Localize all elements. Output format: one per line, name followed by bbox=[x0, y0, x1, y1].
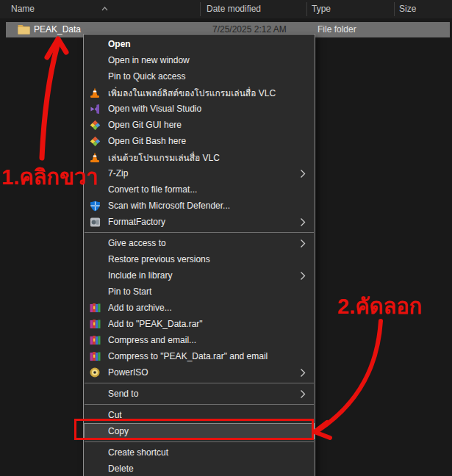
menu-item-open-with-visual-studio[interactable]: Open with Visual Studio bbox=[84, 101, 315, 117]
menu-item-convert-to-file-format[interactable]: Convert to file format... bbox=[84, 181, 315, 198]
annotation-step2: 2.คัดลอก bbox=[337, 289, 422, 323]
menu-item-compress-and-email[interactable]: Compress and email... bbox=[84, 332, 315, 348]
git-bash-icon bbox=[89, 135, 101, 147]
column-header-date-modified[interactable]: Date modified bbox=[207, 4, 261, 14]
menu-item-pin-to-quick-access[interactable]: Pin to Quick access bbox=[84, 68, 315, 84]
menu-item-give-access-to[interactable]: Give access to bbox=[84, 235, 315, 251]
menu-item-compress-to-rar-and-email[interactable]: Compress to "PEAK_Data.rar" and email bbox=[84, 348, 315, 364]
menu-item-open-git-gui[interactable]: Open Git GUI here bbox=[84, 117, 315, 133]
column-header-name[interactable]: Name bbox=[11, 4, 35, 14]
chevron-right-icon bbox=[300, 239, 307, 248]
menu-item-open-in-new-window[interactable]: Open in new window bbox=[84, 52, 315, 68]
menu-item-vlc-play[interactable]: เล่นด้วยโปรแกรมเล่นสื่อ VLC bbox=[84, 149, 315, 165]
winrar-icon bbox=[89, 318, 101, 330]
menu-item-scan-with-defender[interactable]: Scan with Microsoft Defender... bbox=[84, 198, 315, 214]
menu-separator bbox=[85, 404, 314, 405]
menu-item-delete[interactable]: Delete bbox=[84, 461, 315, 476]
column-divider bbox=[306, 2, 307, 16]
chevron-right-icon bbox=[300, 389, 307, 399]
menu-item-include-in-library[interactable]: Include in library bbox=[84, 267, 315, 284]
menu-item-open[interactable]: Open bbox=[84, 36, 315, 52]
file-type: File folder bbox=[318, 24, 356, 35]
winrar-icon bbox=[89, 350, 101, 362]
menu-item-add-to-archive[interactable]: Add to archive... bbox=[84, 300, 315, 316]
menu-item-open-git-bash[interactable]: Open Git Bash here bbox=[84, 133, 315, 149]
winrar-icon bbox=[89, 334, 101, 346]
column-divider bbox=[394, 2, 395, 16]
menu-item-add-to-rar[interactable]: Add to "PEAK_Data.rar" bbox=[84, 316, 315, 332]
formatfactory-icon bbox=[89, 216, 101, 228]
chevron-right-icon bbox=[300, 271, 307, 281]
poweriso-disc-icon bbox=[89, 367, 101, 378]
column-header-size[interactable]: Size bbox=[399, 4, 416, 14]
menu-item-poweriso[interactable]: PowerISO bbox=[84, 364, 315, 381]
arrow-down-to-copy bbox=[315, 321, 381, 438]
vlc-cone-icon bbox=[89, 87, 101, 98]
menu-item-restore-previous-versions[interactable]: Restore previous versions bbox=[84, 251, 315, 267]
menu-item-send-to[interactable]: Send to bbox=[84, 386, 315, 402]
sort-ascending-icon bbox=[101, 1, 108, 14]
menu-item-vlc-add-to-playlist[interactable]: เพิ่มลงในเพลย์ลิสต์ของโปรแกรมเล่นสื่อ VL… bbox=[84, 84, 315, 101]
menu-item-7zip[interactable]: 7-Zip bbox=[84, 165, 315, 181]
chevron-right-icon bbox=[300, 217, 307, 227]
chevron-right-icon bbox=[300, 169, 307, 178]
arrow-up-to-folder bbox=[42, 39, 66, 158]
winrar-icon bbox=[89, 302, 101, 314]
context-menu: Open Open in new window Pin to Quick acc… bbox=[83, 34, 315, 476]
folder-icon bbox=[18, 24, 30, 37]
chevron-right-icon bbox=[300, 368, 307, 378]
annotation-step1: 1.คลิกขวา bbox=[1, 160, 98, 194]
menu-item-pin-to-start[interactable]: Pin to Start bbox=[84, 284, 315, 300]
file-date-modified: 7/25/2025 2:12 AM bbox=[212, 24, 287, 35]
menu-separator bbox=[85, 441, 314, 442]
copy-highlight-box bbox=[74, 419, 314, 440]
column-divider bbox=[200, 2, 201, 16]
menu-separator bbox=[85, 232, 314, 233]
git-gui-icon bbox=[89, 119, 101, 131]
menu-separator bbox=[85, 383, 314, 383]
defender-shield-icon bbox=[89, 200, 101, 212]
visual-studio-icon bbox=[89, 103, 101, 115]
menu-item-formatfactory[interactable]: FormatFactory bbox=[84, 214, 315, 230]
column-header-type[interactable]: Type bbox=[312, 4, 331, 14]
explorer-column-header: Name Date modified Type Size bbox=[0, 0, 452, 18]
menu-item-create-shortcut[interactable]: Create shortcut bbox=[84, 444, 315, 461]
file-name: PEAK_Data bbox=[34, 24, 81, 35]
